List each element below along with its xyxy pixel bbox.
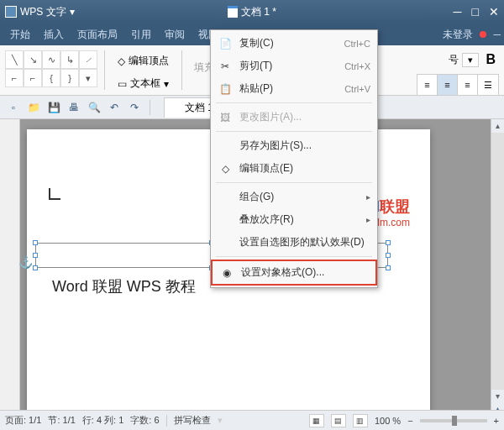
shape-line-icon[interactable]: ╲: [5, 50, 24, 69]
shape-bracket2-icon[interactable]: }: [60, 69, 79, 87]
vertical-scrollbar[interactable]: ▴ ▾ ▴◦▾: [491, 119, 504, 428]
context-menu-item[interactable]: 另存为图片(S)...: [211, 134, 377, 157]
shape-elbow2-icon[interactable]: ⌐: [24, 69, 42, 87]
save-button[interactable]: 💾: [45, 99, 62, 116]
font-size-label: 号: [449, 53, 459, 67]
shape-freeform-icon[interactable]: ⟋: [79, 50, 97, 69]
doc-icon: [228, 6, 238, 18]
view-mode-button[interactable]: ▦: [309, 414, 324, 427]
menu-item-label: 粘贴(P): [239, 81, 344, 96]
font-size-dropdown[interactable]: ▾: [462, 53, 479, 67]
view-mode-button[interactable]: ▤: [331, 414, 346, 427]
new-button[interactable]: ▫: [5, 99, 22, 116]
anchor-icon: ⚓: [18, 255, 33, 269]
window-title: 文档 1 *: [228, 5, 276, 19]
context-menu: 📄复制(C)Ctrl+C✂剪切(T)Ctrl+X📋粘贴(P)Ctrl+V🖼更改图…: [210, 29, 378, 288]
shape-more-icon[interactable]: ▾: [79, 69, 97, 87]
shape-bracket-icon[interactable]: {: [42, 69, 60, 87]
menubar-minimize-icon[interactable]: ─: [493, 29, 501, 40]
view-mode-button[interactable]: ▥: [353, 414, 368, 427]
tab-doc-icon: [173, 102, 181, 113]
align-group: ≡ ≡ ≡ ☰: [417, 74, 499, 96]
menu-tab[interactable]: 页面布局: [71, 24, 124, 45]
line-col-status[interactable]: 行: 4 列: 1: [82, 414, 124, 427]
bold-button[interactable]: B: [482, 50, 499, 69]
page-status[interactable]: 页面: 1/1: [5, 414, 41, 427]
menu-item-label: 剪切(T): [239, 59, 344, 73]
menu-separator: [216, 182, 372, 183]
scroll-down-icon[interactable]: ▾: [491, 390, 504, 403]
context-menu-item[interactable]: 📄复制(C)Ctrl+C: [211, 32, 377, 55]
context-menu-item[interactable]: 组合(G)▸: [211, 186, 377, 208]
resize-handle[interactable]: [33, 240, 38, 245]
menu-separator: [216, 256, 372, 257]
resize-handle[interactable]: [386, 253, 391, 258]
menu-tab[interactable]: 开始: [3, 24, 37, 45]
context-menu-item[interactable]: 📋粘贴(P)Ctrl+V: [211, 77, 377, 100]
open-button[interactable]: 📁: [25, 99, 42, 116]
scroll-track[interactable]: [491, 133, 504, 390]
undo-button[interactable]: ↶: [106, 99, 123, 116]
resize-handle[interactable]: [33, 265, 38, 270]
statusbar: 页面: 1/1 节: 1/1 行: 4 列: 1 字数: 6 拼写检查 ▾ ▦ …: [0, 410, 504, 430]
document-text[interactable]: Word 联盟 WPS 教程: [52, 276, 196, 296]
align-justify-button[interactable]: ☰: [478, 75, 498, 95]
app-icon: [5, 6, 17, 18]
submenu-arrow-icon: ▸: [366, 192, 370, 202]
shape-elbow-icon[interactable]: ⌐: [5, 69, 24, 87]
login-status[interactable]: 未登录: [443, 28, 473, 42]
context-menu-item[interactable]: 设置自选图形的默认效果(D): [211, 231, 377, 254]
char-count[interactable]: 字数: 6: [130, 414, 159, 427]
edit-vertices-button[interactable]: ◇编辑顶点: [112, 50, 175, 71]
menu-item-label: 复制(C): [239, 36, 344, 50]
notification-dot-icon[interactable]: [480, 31, 486, 38]
menu-separator: [216, 131, 372, 132]
menu-shortcut: Ctrl+C: [344, 39, 370, 49]
scroll-up-icon[interactable]: ▴: [491, 119, 504, 133]
menu-tab[interactable]: 插入: [37, 24, 71, 45]
shape-connector-icon[interactable]: ↳: [60, 50, 79, 69]
align-right-button[interactable]: ≡: [458, 75, 478, 95]
menu-item-icon: 📋: [218, 82, 233, 96]
resize-handle[interactable]: [33, 253, 38, 258]
menu-item-icon: [218, 191, 233, 204]
menu-shortcut: Ctrl+X: [344, 61, 370, 71]
menu-tab[interactable]: 审阅: [158, 24, 192, 45]
print-button[interactable]: 🖶: [66, 99, 82, 116]
preview-button[interactable]: 🔍: [86, 99, 102, 116]
close-button[interactable]: ✕: [489, 5, 499, 18]
minimize-button[interactable]: ─: [454, 5, 462, 18]
context-menu-item[interactable]: ◉设置对象格式(O)...: [211, 260, 377, 286]
resize-handle[interactable]: [386, 265, 391, 270]
context-menu-item[interactable]: 叠放次序(R)▸: [211, 208, 377, 231]
menu-item-icon: ◉: [219, 266, 234, 280]
menu-shortcut: Ctrl+V: [344, 84, 370, 94]
maximize-button[interactable]: □: [472, 5, 479, 18]
app-dropdown-icon[interactable]: ▾: [70, 6, 75, 18]
menu-item-label: 设置对象格式(O)...: [241, 265, 369, 280]
textbox-button[interactable]: ▭文本框 ▾: [112, 73, 175, 94]
context-menu-item[interactable]: ◇编辑顶点(E): [211, 157, 377, 180]
section-status[interactable]: 节: 1/1: [48, 414, 75, 427]
menu-item-label: 组合(G): [239, 190, 366, 204]
zoom-level[interactable]: 100 %: [375, 416, 401, 426]
context-menu-item[interactable]: ✂剪切(T)Ctrl+X: [211, 55, 377, 77]
align-center-button[interactable]: ≡: [438, 75, 458, 95]
resize-handle[interactable]: [386, 240, 391, 245]
menu-item-icon: ✂: [218, 60, 233, 73]
shapes-gallery[interactable]: ╲ ↘ ∿ ↳ ⟋ ⌐ ⌐ { } ▾: [3, 49, 99, 92]
textbox-icon: ▭: [118, 78, 127, 90]
redo-button[interactable]: ↷: [126, 99, 143, 116]
zoom-slider[interactable]: [420, 419, 487, 422]
margin-mark-icon: [49, 188, 60, 200]
zoom-in-button[interactable]: +: [494, 416, 499, 426]
menu-item-icon: [218, 139, 233, 153]
zoom-out-button[interactable]: −: [407, 416, 412, 426]
menu-tab[interactable]: 引用: [124, 24, 158, 45]
spellcheck-status[interactable]: 拼写检查: [174, 414, 211, 427]
app-name: WPS 文字: [20, 5, 66, 19]
shape-arrow-icon[interactable]: ↘: [24, 50, 42, 69]
menu-separator: [216, 102, 372, 103]
shape-curve-icon[interactable]: ∿: [42, 50, 60, 69]
align-left-button[interactable]: ≡: [417, 75, 438, 95]
